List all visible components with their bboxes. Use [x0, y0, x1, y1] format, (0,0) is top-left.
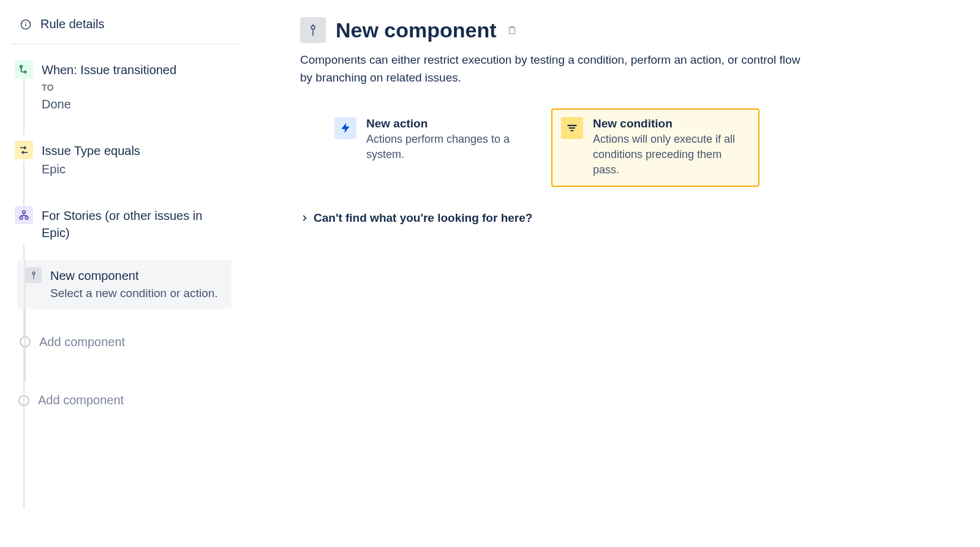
trigger-step[interactable]: When: Issue transitioned TO Done [15, 60, 239, 113]
branch-step[interactable]: For Stories (or other issues in Epic) Ne… [15, 206, 239, 351]
filter-icon [561, 117, 583, 139]
component-header-icon [300, 17, 326, 43]
bolt-icon [334, 117, 356, 139]
main-header: New component [300, 17, 956, 43]
condition-icon [15, 141, 33, 159]
rule-details-label: Rule details [40, 17, 105, 31]
trigger-title: When: Issue transitioned [42, 61, 176, 78]
cant-find-toggle[interactable]: Can't find what you're looking for here? [300, 211, 956, 225]
add-component-outer-label: Add component [38, 393, 124, 407]
trigger-to-label: TO [42, 82, 176, 94]
info-icon [20, 18, 32, 31]
option-condition-desc: Actions will only execute if all conditi… [593, 132, 750, 178]
condition-title: Issue Type equals [42, 142, 140, 159]
new-component-card[interactable]: New component Select a new condition or … [17, 260, 232, 309]
component-icon [26, 267, 42, 283]
main-panel: New component Components can either rest… [245, 0, 980, 547]
new-component-title: New component [50, 267, 218, 284]
branch-icon [15, 206, 33, 224]
rule-sidebar: Rule details When: Issue transitioned TO… [0, 0, 245, 547]
new-component-desc: Select a new condition or action. [50, 285, 218, 302]
page-title: New component [336, 18, 497, 42]
option-action-desc: Actions perform changes to a system. [366, 132, 523, 162]
option-condition-title: New condition [593, 117, 750, 130]
svg-point-7 [32, 272, 35, 274]
branch-title: For Stories (or other issues in Epic) [42, 207, 232, 241]
delete-icon[interactable] [507, 25, 518, 36]
branch-nested: New component Select a new condition or … [42, 260, 232, 351]
component-options: New action Actions perform changes to a … [325, 108, 956, 187]
cant-find-label: Can't find what you're looking for here? [314, 211, 532, 225]
svg-point-2 [25, 21, 26, 23]
trigger-icon [15, 60, 33, 78]
add-component-inner-label: Add component [39, 333, 125, 350]
option-new-action[interactable]: New action Actions perform changes to a … [325, 108, 533, 187]
svg-rect-5 [20, 217, 23, 219]
option-new-condition[interactable]: New condition Actions will only execute … [551, 108, 760, 187]
main-description: Components can either restrict execution… [300, 51, 809, 86]
chevron-right-icon [300, 214, 309, 222]
option-action-title: New action [366, 117, 523, 130]
svg-point-3 [20, 66, 23, 68]
condition-value: Epic [42, 160, 140, 178]
trigger-to-value: Done [42, 96, 176, 113]
add-component-inner[interactable]: Add component [20, 333, 232, 350]
svg-rect-6 [25, 217, 28, 219]
add-component-outer[interactable]: Add component [18, 393, 239, 407]
svg-point-10 [311, 26, 315, 29]
condition-step[interactable]: Issue Type equals Epic [15, 141, 239, 178]
rule-tree: When: Issue transitioned TO Done Issue T… [11, 60, 239, 407]
svg-rect-4 [23, 211, 26, 213]
rule-details-row[interactable]: Rule details [11, 11, 239, 44]
